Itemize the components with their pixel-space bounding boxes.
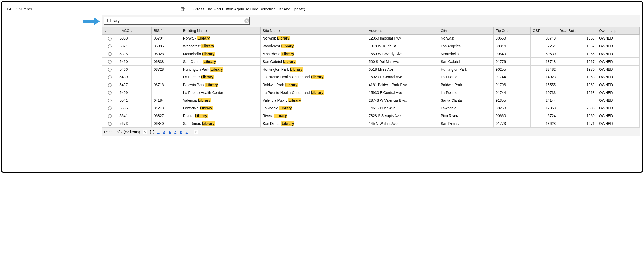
- cell-site-name: San Gabriel Library: [261, 58, 367, 66]
- column-header[interactable]: Address: [367, 27, 439, 35]
- cell-site-name: Norwalk Library: [261, 35, 367, 42]
- column-header[interactable]: BIS #: [151, 27, 181, 35]
- column-header[interactable]: Year Built: [558, 27, 597, 35]
- pager-page-current: [1]: [150, 130, 154, 134]
- search-input[interactable]: [104, 17, 250, 25]
- cell-gsf: 15555: [530, 81, 558, 89]
- cell-ownership: OWNED: [597, 89, 639, 96]
- row-select-radio[interactable]: [108, 44, 112, 48]
- cell-site-name: Huntington Park Library: [261, 66, 367, 73]
- cell-bis: 06840: [151, 120, 181, 127]
- cell-building-name: Lawndale Library: [181, 104, 260, 112]
- pointer-arrow-icon: [83, 17, 100, 26]
- cell-address: 23743 W Valencia Blvd.: [367, 96, 439, 104]
- cell-year: 1971: [558, 120, 597, 127]
- cell-laco: 5368: [117, 35, 151, 42]
- cell-year: [558, 96, 597, 104]
- column-header[interactable]: #: [102, 27, 117, 35]
- pager-page-link[interactable]: 6: [180, 130, 183, 134]
- cell-city: La Puente: [439, 73, 494, 81]
- cell-ownership: OWNED: [597, 120, 639, 127]
- cell-building-name: Huntington Park Library: [181, 66, 260, 73]
- cell-city: Pico Rivera: [439, 112, 494, 120]
- find-hint-text: (Press The Find Button Again To Hide Sel…: [193, 7, 305, 11]
- cell-bis: 06718: [151, 81, 181, 89]
- cell-bis: 04243: [151, 104, 181, 112]
- row-select-radio[interactable]: [108, 122, 112, 126]
- cell-year: 1969: [558, 81, 597, 89]
- cell-laco: 5480: [117, 73, 151, 81]
- row-select-radio[interactable]: [108, 68, 112, 72]
- column-header[interactable]: Zip Code: [494, 27, 530, 35]
- clear-search-icon[interactable]: ✕: [244, 18, 249, 23]
- column-header[interactable]: GSF: [530, 27, 558, 35]
- cell-zip: 91355: [494, 96, 530, 104]
- column-header[interactable]: Ownership: [597, 27, 639, 35]
- cell-laco: 5541: [117, 96, 151, 104]
- row-select-radio[interactable]: [108, 114, 112, 118]
- cell-bis: 04184: [151, 96, 181, 104]
- cell-building-name: San Dimas Library: [181, 120, 260, 127]
- cell-gsf: 7254: [530, 42, 558, 50]
- cell-city: Lawndale: [439, 104, 494, 112]
- row-select-radio[interactable]: [108, 106, 112, 110]
- row-select-radio[interactable]: [108, 75, 112, 79]
- laco-number-input[interactable]: [101, 5, 176, 12]
- find-icon[interactable]: [180, 6, 186, 12]
- cell-year: 1967: [558, 58, 597, 66]
- column-header[interactable]: City: [439, 27, 494, 35]
- cell-zip: 90044: [494, 42, 530, 50]
- table-row: 560504243Lawndale LibraryLawndale Librar…: [102, 104, 640, 112]
- table-row: 564106827Rivera LibraryRivera Library782…: [102, 112, 640, 120]
- table-row: 5480La Puente LibraryLa Puente Health Ce…: [102, 73, 640, 81]
- cell-bis: 06828: [151, 50, 181, 58]
- cell-ownership: OWNED: [597, 42, 639, 50]
- cell-ownership: OWNED: [597, 112, 639, 120]
- column-header[interactable]: LACO #: [117, 27, 151, 35]
- cell-laco: 5497: [117, 81, 151, 89]
- cell-bis: 03728: [151, 66, 181, 73]
- cell-city: Santa Clarita: [439, 96, 494, 104]
- column-header[interactable]: Building Name: [181, 27, 260, 35]
- cell-bis: 06885: [151, 42, 181, 50]
- cell-address: 15930 E Central Ave: [367, 89, 439, 96]
- pager-page-link[interactable]: 5: [174, 130, 177, 134]
- row-select-radio[interactable]: [108, 91, 112, 95]
- pager-next-button[interactable]: >: [194, 130, 198, 134]
- pager-page-link[interactable]: 7: [185, 130, 188, 134]
- cell-site-name: Woodcrest Library: [261, 42, 367, 50]
- row-select-radio[interactable]: [108, 99, 112, 102]
- row-select-radio[interactable]: [108, 60, 112, 64]
- cell-zip: 91776: [494, 58, 530, 66]
- cell-bis: 06704: [151, 35, 181, 42]
- pager-prev-button[interactable]: <: [143, 130, 147, 134]
- cell-building-name: La Puente Health Center: [181, 89, 260, 96]
- cell-zip: 91773: [494, 120, 530, 127]
- row-select-radio[interactable]: [108, 83, 112, 87]
- cell-gsf: 6724: [530, 112, 558, 120]
- svg-line-5: [185, 8, 186, 9]
- table-row: 549706718Baldwin Park LibraryBaldwin Par…: [102, 81, 640, 89]
- cell-zip: 90255: [494, 66, 530, 73]
- cell-gsf: 50530: [530, 50, 558, 58]
- column-header[interactable]: Site Name: [261, 27, 367, 35]
- cell-building-name: Montebello Library: [181, 50, 260, 58]
- cell-laco: 5641: [117, 112, 151, 120]
- cell-address: 15920 E Central Ave: [367, 73, 439, 81]
- cell-building-name: Rivera Library: [181, 112, 260, 120]
- pager-page-link[interactable]: 2: [157, 130, 160, 134]
- table-row: 5499La Puente Health CenterLa Puente Hea…: [102, 89, 640, 96]
- cell-zip: 91706: [494, 81, 530, 89]
- cell-bis: [151, 73, 181, 81]
- row-select-radio[interactable]: [108, 37, 112, 41]
- cell-city: San Gabriel: [439, 58, 494, 66]
- svg-marker-6: [83, 17, 100, 25]
- cell-year: 2008: [558, 104, 597, 112]
- cell-zip: 90640: [494, 50, 530, 58]
- pager-page-link[interactable]: 4: [168, 130, 171, 134]
- cell-address: 6518 Miles Ave.: [367, 66, 439, 73]
- cell-laco: 5460: [117, 58, 151, 66]
- pager-page-link[interactable]: 3: [163, 130, 166, 134]
- row-select-radio[interactable]: [108, 52, 112, 56]
- cell-zip: 91744: [494, 89, 530, 96]
